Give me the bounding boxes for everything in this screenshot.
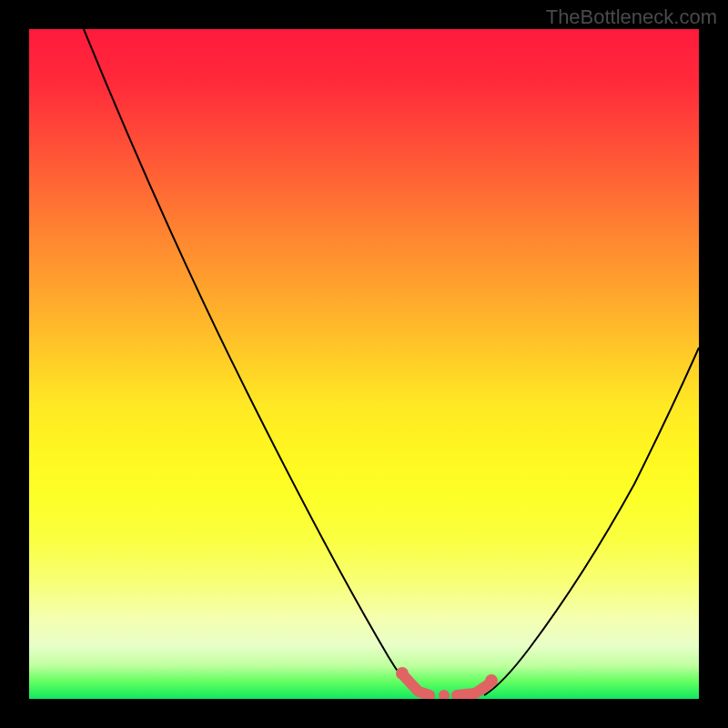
- marker-right-segment: [457, 684, 489, 695]
- watermark-text: TheBottleneck.com: [546, 5, 717, 29]
- curve-left: [84, 29, 422, 695]
- marker-left-segment: [405, 677, 430, 695]
- curve-svg: [29, 29, 699, 699]
- marker-dot: [439, 690, 450, 699]
- plot-area: [29, 29, 699, 699]
- curve-right: [484, 348, 699, 695]
- chart-container: TheBottleneck.com: [0, 0, 728, 728]
- marker-dot: [485, 674, 498, 687]
